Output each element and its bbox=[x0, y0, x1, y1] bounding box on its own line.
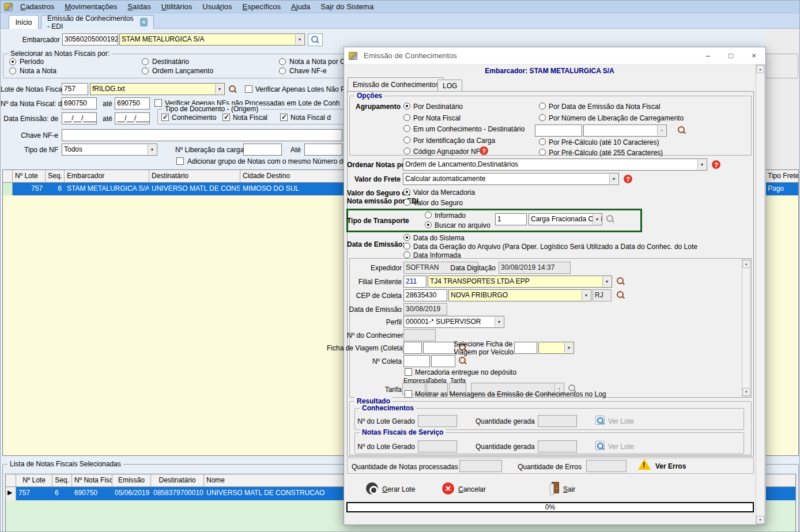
scroll-up-icon[interactable] bbox=[742, 260, 750, 268]
liberacao-codigo-field[interactable] bbox=[535, 124, 582, 137]
tab-close-icon[interactable] bbox=[140, 18, 148, 27]
help-icon[interactable]: ? bbox=[712, 160, 720, 169]
door-icon[interactable] bbox=[552, 482, 559, 493]
menu-movimentacoes[interactable]: Movimentações bbox=[59, 2, 122, 11]
chevron-down-icon[interactable] bbox=[593, 214, 601, 224]
dialog-tab-emissao[interactable]: Emissão de Conhecimentos bbox=[348, 77, 444, 91]
chevron-down-icon[interactable] bbox=[602, 277, 611, 286]
nf-ate-field[interactable]: 690750 bbox=[115, 97, 150, 110]
ficha-field-2[interactable] bbox=[423, 342, 455, 354]
transporte-dropdown[interactable]: Carga Fracionada Cheia bbox=[529, 213, 602, 225]
chevron-down-icon[interactable] bbox=[215, 84, 224, 94]
tab-emissao-edi[interactable]: Emissão de Conhecimentos - EDI bbox=[41, 15, 154, 29]
transporte-codigo-field[interactable]: 1 bbox=[495, 213, 527, 225]
menu-utilitarios[interactable]: Utilitários bbox=[156, 2, 197, 11]
ver-lote-icon[interactable] bbox=[595, 441, 605, 450]
embarcador-search-button[interactable] bbox=[308, 33, 323, 46]
dialog-tab-log[interactable]: LOG bbox=[437, 80, 462, 91]
radio-ordem-lancamento[interactable] bbox=[142, 67, 149, 74]
dialog-scrollbar[interactable] bbox=[756, 65, 765, 525]
scroll-up-icon[interactable] bbox=[756, 65, 764, 73]
radio-destinatario[interactable] bbox=[142, 58, 149, 65]
conh-ver-lote-button[interactable]: Ver Lote bbox=[608, 417, 634, 425]
embarcador-code-field[interactable]: 30560205000192 bbox=[62, 33, 118, 46]
tipo-nf-dropdown[interactable]: Todos bbox=[62, 144, 157, 156]
filial-search-icon[interactable] bbox=[616, 277, 625, 286]
chevron-down-icon[interactable] bbox=[564, 343, 573, 353]
cancelar-button[interactable]: Cancelar bbox=[458, 485, 486, 493]
radio-nota-a-nota[interactable] bbox=[9, 67, 16, 74]
radio-pre-calculo-10[interactable] bbox=[539, 138, 546, 145]
col-cidade-destino[interactable]: Cidade Destino bbox=[240, 170, 344, 183]
perfil-dropdown[interactable]: 000001-* SUPERVISOR bbox=[403, 316, 504, 328]
radio-por-numero-liberacao[interactable] bbox=[539, 114, 546, 121]
chevron-down-icon[interactable] bbox=[148, 145, 156, 154]
verificar-nfs-checkbox[interactable] bbox=[154, 99, 162, 107]
menu-saidas[interactable]: Saídas bbox=[122, 2, 156, 11]
valor-frete-dropdown[interactable]: Calcular automaticamente bbox=[403, 173, 619, 185]
col-tipo-frete[interactable]: Tipo Frete bbox=[765, 170, 798, 183]
chevron-down-icon[interactable] bbox=[697, 160, 706, 169]
radio-periodo[interactable] bbox=[9, 58, 16, 65]
maximize-button[interactable]: □ bbox=[719, 47, 742, 64]
lote-search-icon[interactable] bbox=[228, 85, 237, 94]
col2-emissao[interactable]: Emissão bbox=[112, 474, 151, 487]
liberacao-search-icon[interactable] bbox=[677, 126, 686, 135]
radio-pre-calculo-255[interactable] bbox=[539, 149, 546, 156]
radio-buscar-arquivo[interactable] bbox=[425, 221, 432, 228]
liberacao-ate-field[interactable] bbox=[304, 144, 342, 156]
data-de-field[interactable]: __/__/____ bbox=[62, 112, 97, 124]
radio-chave-nfe[interactable] bbox=[279, 67, 286, 74]
radio-por-identificacao[interactable] bbox=[403, 137, 410, 144]
col-no-lote[interactable]: Nº Lote bbox=[13, 170, 46, 183]
menu-ajuda[interactable]: Ajuda bbox=[286, 2, 315, 11]
transporte-search-icon[interactable] bbox=[606, 214, 615, 224]
menu-cadastros[interactable]: Cadastros bbox=[15, 2, 59, 11]
sair-button[interactable]: Sair bbox=[563, 485, 575, 493]
chevron-down-icon[interactable] bbox=[582, 290, 590, 300]
menu-especificos[interactable]: Específicos bbox=[237, 2, 286, 11]
help-icon[interactable]: ? bbox=[624, 175, 632, 183]
dialog-title-bar[interactable]: Emissão de Conhecimentos – □ × bbox=[344, 47, 765, 65]
radio-nota-a-nota-por-ordem[interactable] bbox=[279, 58, 286, 65]
conhecimento-checkbox[interactable] bbox=[161, 114, 169, 121]
nota-fiscal-servico-checkbox[interactable] bbox=[280, 114, 288, 121]
col2-no-lote[interactable]: Nº Lote bbox=[16, 474, 52, 487]
radio-em-um-conhecimento[interactable] bbox=[403, 125, 410, 132]
filial-dropdown[interactable]: TJ4 TRANSPORTES LTDA EPP bbox=[428, 276, 612, 288]
data-ate-field[interactable]: __/__/____ bbox=[115, 112, 150, 124]
scroll-down-icon[interactable] bbox=[742, 388, 750, 396]
mercadoria-checkbox[interactable] bbox=[405, 368, 412, 376]
menu-sair-do-sistema[interactable]: Sair do Sistema bbox=[315, 2, 379, 11]
ver-lote-icon[interactable] bbox=[595, 416, 605, 425]
chevron-down-icon[interactable] bbox=[295, 35, 304, 44]
liberacao-field[interactable] bbox=[243, 144, 282, 156]
scroll-down-icon[interactable] bbox=[756, 516, 764, 524]
tab-inicio[interactable]: Início bbox=[9, 15, 39, 29]
radio-por-data-emissao[interactable] bbox=[539, 103, 546, 110]
help-icon[interactable]: ? bbox=[480, 146, 488, 155]
selecione-ficha-field[interactable] bbox=[514, 342, 537, 354]
col2-destinatario[interactable]: Destinatário bbox=[151, 474, 204, 487]
ficha-field-1[interactable] bbox=[403, 342, 422, 354]
col2-no-nota-fiscal[interactable]: Nº Nota Fiscal bbox=[72, 474, 112, 487]
coleta-search-icon[interactable] bbox=[458, 356, 467, 365]
verificar-lotes-checkbox[interactable] bbox=[245, 85, 252, 93]
liberacao-desc-dropdown[interactable] bbox=[583, 124, 667, 137]
radio-por-destinatario[interactable] bbox=[403, 103, 410, 110]
radio-informado[interactable] bbox=[425, 212, 432, 218]
ver-erros-button[interactable]: Ver Erros bbox=[655, 462, 686, 470]
nota-fiscal-checkbox[interactable] bbox=[222, 114, 230, 121]
col2-seq[interactable]: Seq. bbox=[52, 474, 72, 487]
radio-codigo-agrupador[interactable] bbox=[403, 148, 410, 154]
adicionar-grupo-checkbox[interactable] bbox=[176, 157, 184, 165]
radio-data-geracao[interactable] bbox=[403, 243, 410, 250]
radio-data-sistema[interactable] bbox=[403, 234, 410, 241]
col-destinatario[interactable]: Destinatário bbox=[149, 170, 240, 183]
col-embarcador[interactable]: Embarcador bbox=[65, 170, 149, 183]
cep-search-icon[interactable] bbox=[616, 290, 625, 300]
cep-codigo-field[interactable]: 28635430 bbox=[403, 289, 447, 301]
lote-arquivo-dropdown[interactable]: fRILOG.txt bbox=[90, 83, 225, 95]
minimize-button[interactable]: – bbox=[696, 47, 719, 64]
mostrar-mensagens-checkbox[interactable] bbox=[405, 390, 412, 398]
